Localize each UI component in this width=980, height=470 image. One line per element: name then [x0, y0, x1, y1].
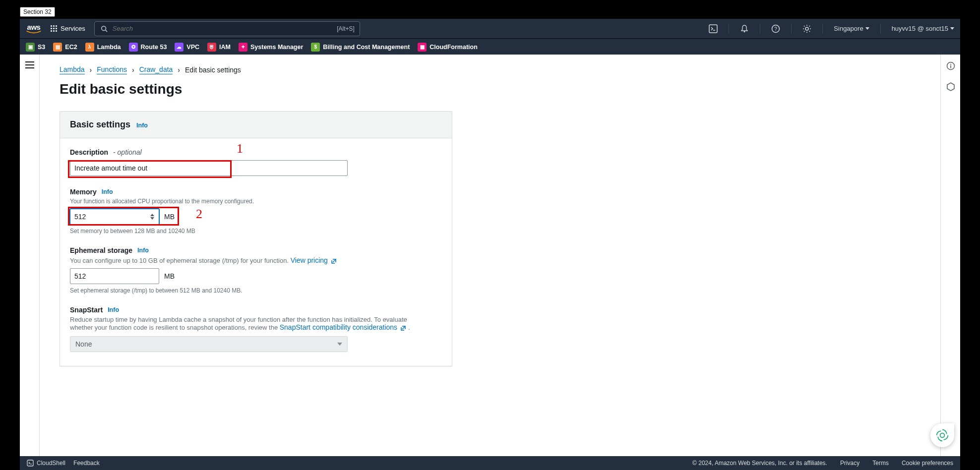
help-icon[interactable]: ?	[771, 24, 780, 33]
info-panel-icon[interactable]	[946, 61, 955, 70]
info-link[interactable]: Info	[136, 122, 148, 129]
footer-link-cookies[interactable]: Cookie preferences	[902, 460, 953, 467]
svc-shortcut-route53[interactable]: ✪Route 53	[129, 43, 167, 52]
svc-shortcut-s3[interactable]: ▣S3	[26, 43, 45, 52]
svg-line-21	[804, 26, 805, 27]
account-label: huyvv15 @ sonct15	[892, 25, 948, 32]
svc-label: Billing and Cost Management	[323, 44, 410, 51]
footer-link-privacy[interactable]: Privacy	[840, 460, 859, 467]
iam-icon: ⛨	[207, 43, 216, 52]
external-link-icon	[331, 258, 337, 264]
section-tag: Section 32	[20, 7, 55, 17]
svc-label: EC2	[65, 44, 77, 51]
account-selector[interactable]: huyvv15 @ sonct15	[892, 25, 954, 32]
field-snapstart: SnapStart Info Reduce startup time by ha…	[70, 306, 442, 352]
gear-icon[interactable]	[802, 24, 811, 33]
bucket-icon: ▣	[26, 43, 35, 52]
ephemeral-help: You can configure up to 10 GB of ephemer…	[70, 257, 291, 264]
snapstart-label: SnapStart	[70, 306, 103, 314]
assistant-widget-button[interactable]	[930, 423, 954, 447]
svc-label: CloudFormation	[429, 44, 478, 51]
svg-marker-28	[947, 83, 954, 91]
services-label: Services	[61, 25, 85, 32]
svg-rect-3	[51, 28, 52, 29]
breadcrumb-link-functions[interactable]: Functions	[97, 65, 127, 74]
snapstart-select[interactable]: None	[70, 336, 348, 352]
field-memory: Memory Info Your function is allocated C…	[70, 188, 442, 235]
svc-shortcut-lambda[interactable]: λLambda	[85, 43, 121, 52]
services-button[interactable]: Services	[51, 25, 85, 32]
info-link[interactable]: Info	[102, 188, 113, 195]
right-rail	[940, 55, 960, 456]
description-label: Description	[70, 148, 108, 156]
view-pricing-link[interactable]: View pricing	[291, 256, 337, 264]
svc-label: Lambda	[97, 44, 121, 51]
chevron-down-icon	[950, 27, 954, 30]
breadcrumb-current: Edit basic settings	[185, 66, 241, 74]
svg-line-22	[809, 31, 810, 32]
cloudshell-button[interactable]: CloudShell	[27, 460, 65, 467]
region-selector[interactable]: Singapore	[834, 25, 869, 32]
svc-shortcut-ec2[interactable]: ▤EC2	[53, 43, 77, 52]
external-link-icon	[400, 325, 406, 331]
svg-line-24	[809, 26, 810, 27]
feedback-label: Feedback	[73, 460, 100, 467]
svg-point-31	[940, 433, 945, 438]
svc-label: S3	[38, 44, 45, 51]
aws-logo-text: aws	[27, 23, 41, 31]
svg-rect-27	[950, 65, 951, 68]
footer-link-terms[interactable]: Terms	[872, 460, 889, 467]
snapstart-help-suffix: .	[408, 324, 410, 331]
svg-text:?: ?	[775, 26, 778, 32]
description-input[interactable]	[70, 160, 348, 176]
description-optional: - optional	[113, 148, 142, 156]
lambda-icon: λ	[85, 43, 94, 52]
aws-smile-icon	[26, 31, 42, 34]
svc-shortcut-ssm[interactable]: ✦Systems Manager	[239, 43, 303, 52]
ssm-icon: ✦	[239, 43, 247, 52]
annotation-label-1: 1	[237, 141, 243, 156]
basic-settings-panel: Basic settings Info Description - option…	[60, 111, 452, 366]
billing-icon: $	[311, 43, 320, 52]
svg-rect-29	[27, 460, 33, 466]
vpc-icon: ☁	[175, 43, 184, 52]
memory-help: Your function is allocated CPU proportio…	[70, 198, 442, 205]
memory-stepper[interactable]	[150, 211, 157, 223]
search-input[interactable]	[113, 25, 333, 32]
footer-copyright: © 2024, Amazon Web Services, Inc. or its…	[692, 460, 827, 467]
chevron-down-icon[interactable]	[150, 217, 154, 220]
info-link[interactable]: Info	[137, 247, 149, 254]
ephemeral-label: Ephemeral storage	[70, 246, 132, 254]
menu-toggle-button[interactable]	[25, 61, 34, 68]
region-label: Singapore	[834, 25, 863, 32]
svg-line-23	[804, 31, 805, 32]
svg-rect-4	[53, 28, 55, 29]
svc-shortcut-billing[interactable]: $Billing and Cost Management	[311, 43, 410, 52]
breadcrumb-link-function-name[interactable]: Craw_data	[139, 65, 173, 74]
annotation-label-2: 2	[196, 207, 202, 222]
global-search[interactable]: [Alt+S]	[94, 21, 360, 36]
grid-icon	[51, 25, 58, 32]
chevron-right-icon: ›	[178, 66, 180, 74]
memory-hint: Set memory to between 128 MB and 10240 M…	[70, 228, 442, 235]
feedback-button[interactable]: Feedback	[73, 460, 100, 467]
bell-icon[interactable]	[740, 24, 749, 33]
aws-logo[interactable]: aws	[26, 23, 42, 34]
svc-shortcut-iam[interactable]: ⛨IAM	[207, 43, 231, 52]
svg-rect-5	[56, 28, 57, 29]
svg-line-10	[105, 30, 107, 32]
chevron-up-icon[interactable]	[150, 214, 154, 216]
svc-shortcut-vpc[interactable]: ☁VPC	[175, 43, 199, 52]
ephemeral-storage-input[interactable]	[70, 268, 159, 284]
hexagon-icon[interactable]	[946, 82, 955, 91]
svc-shortcut-cfn[interactable]: ▦CloudFormation	[418, 43, 478, 52]
snapstart-compat-link[interactable]: SnapStart compatibility considerations	[280, 323, 408, 331]
svg-point-13	[744, 31, 745, 32]
memory-label: Memory	[70, 188, 97, 196]
main-content: Lambda › Functions › Craw_data › Edit ba…	[40, 55, 940, 456]
info-link[interactable]: Info	[108, 306, 119, 313]
cloudshell-icon[interactable]	[709, 24, 718, 33]
memory-input[interactable]	[70, 209, 159, 225]
breadcrumb-link-lambda[interactable]: Lambda	[60, 65, 85, 74]
panel-header: Basic settings Info	[60, 112, 452, 138]
